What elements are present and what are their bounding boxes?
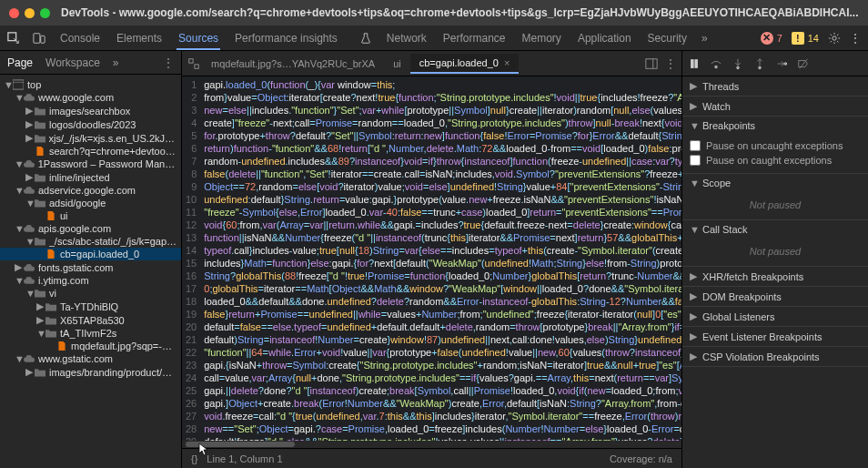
section-header[interactable]: ▶DOM Breakpoints (682, 287, 868, 306)
svg-point-15 (784, 62, 787, 65)
cloud-icon (24, 353, 35, 364)
tree-item[interactable]: ▼www.google.com (0, 91, 181, 104)
section-label: Call Stack (702, 224, 748, 235)
history-icon[interactable] (187, 57, 200, 70)
file-tab[interactable]: mqdefault.jpg?s…YAhVq2RUc_brXA (202, 54, 384, 74)
tree-item[interactable]: ▶inline/injected (0, 170, 181, 184)
folder-icon (35, 367, 45, 378)
pause-caught-checkbox[interactable]: Pause on caught exceptions (690, 153, 861, 168)
sidebar-tab-page[interactable]: Page (7, 56, 33, 69)
tree-item[interactable]: ui (0, 209, 181, 222)
code-editor[interactable]: 1234567891011121314151617181920212223242… (182, 76, 681, 441)
tree-item[interactable]: ▼i.ytimg.com (0, 274, 181, 287)
panel-breakpoints: ▼BreakpointsPause on uncaught exceptions… (682, 117, 868, 174)
tree-item[interactable]: ▶xjs/_/js/k=xjs.s.en_US.2kJv… (0, 131, 181, 145)
section-header[interactable]: ▼Breakpoints (682, 117, 868, 135)
section-header[interactable]: ▼Scope (682, 174, 868, 192)
warning-badge[interactable]: !14 (792, 32, 819, 45)
tree-item[interactable]: ▶logos/doodles/2023 (0, 117, 181, 131)
tree-item[interactable]: ▼1Password – Password Mana… (0, 158, 181, 170)
tree-item[interactable]: ▼vi (0, 287, 181, 300)
section-label: Event Listener Breakpoints (702, 331, 822, 342)
line-gutter: 1234567891011121314151617181920212223242… (182, 76, 204, 441)
tab-elements[interactable]: Elements (115, 28, 164, 48)
hscrollbar[interactable] (182, 441, 681, 448)
tree-item[interactable]: ▶images/searchbox (0, 104, 181, 117)
gear-icon[interactable] (828, 32, 841, 45)
cloud-icon (24, 158, 35, 169)
kebab-icon[interactable]: ⋮ (665, 57, 676, 70)
svg-point-3 (833, 36, 836, 39)
tab-label: cb=gapi.loaded_0 (419, 57, 499, 68)
tab-performance[interactable]: Performance (441, 28, 508, 48)
deactivate-bp-icon[interactable] (797, 57, 810, 70)
inspect-icon[interactable] (7, 32, 20, 45)
more-tabs-icon[interactable]: » (701, 32, 708, 45)
code-content[interactable]: gapi.loaded_0(function(_){var window=thi… (204, 76, 681, 441)
more-icon[interactable]: » (113, 56, 119, 69)
tree-item[interactable]: ▼apis.google.com (0, 222, 181, 235)
tree-item[interactable]: search?q=chrome+devtool… (0, 145, 181, 158)
maximize-icon[interactable] (40, 8, 50, 18)
svg-rect-7 (195, 64, 198, 67)
section-label: CSP Violation Breakpoints (702, 351, 820, 362)
tree-item[interactable]: ▶Ta-YTDhiBlQ (0, 300, 181, 313)
tree-item[interactable]: ▼adsid/google (0, 197, 181, 209)
tree-item[interactable]: ▼adservice.google.com (0, 184, 181, 197)
folder-icon (35, 133, 45, 144)
tree-label: images/branding/product/1… (49, 367, 177, 378)
tab-application[interactable]: Application (576, 28, 633, 48)
kebab-icon[interactable]: ⋮ (850, 32, 861, 45)
format-icon[interactable]: {} (191, 453, 197, 464)
minimize-icon[interactable] (25, 8, 35, 18)
step-out-icon[interactable] (753, 57, 766, 70)
tab-network[interactable]: Network (385, 28, 429, 48)
section-header[interactable]: ▶XHR/fetch Breakpoints (682, 267, 868, 286)
error-badge[interactable]: ✕7 (761, 32, 782, 45)
main-toolbar: ConsoleElementsSourcesPerformance insigh… (0, 25, 868, 51)
tree-item[interactable]: ▶X65TAP8a530 (0, 313, 181, 327)
tree-item[interactable]: ▶fonts.gstatic.com (0, 260, 181, 274)
section-header[interactable]: ▶Global Listeners (682, 307, 868, 326)
kebab-icon[interactable]: ⋮ (163, 56, 174, 69)
svg-rect-2 (41, 36, 45, 43)
sidebar-tab-workspace[interactable]: Workspace (45, 56, 100, 69)
tree-item[interactable]: ▶images/branding/product/1… (0, 365, 181, 379)
section-header[interactable]: ▼Call Stack (682, 220, 868, 239)
tree-label: top (27, 79, 41, 90)
step-icon[interactable] (775, 57, 788, 70)
close-icon[interactable] (9, 8, 19, 18)
file-tab[interactable]: cb=gapi.loaded_0× (410, 54, 520, 74)
step-over-icon[interactable] (710, 57, 722, 70)
tree-item[interactable]: cb=gapi.loaded_0 (0, 248, 181, 260)
tree-item[interactable]: ▼tA_TIIvmF2s (0, 327, 181, 340)
pause-icon[interactable] (688, 57, 701, 70)
tab-memory[interactable]: Memory (520, 28, 563, 48)
section-header[interactable]: ▶Watch (682, 97, 868, 116)
svg-rect-8 (646, 58, 657, 68)
file-tree[interactable]: ▼top▼www.google.com▶images/searchbox▶log… (0, 75, 181, 468)
device-icon[interactable] (33, 32, 45, 45)
tab-security[interactable]: Security (646, 28, 689, 48)
section-header[interactable]: ▶Threads (682, 76, 868, 96)
folder-icon (35, 198, 45, 209)
file-tab[interactable]: ui (384, 54, 410, 74)
tree-item[interactable]: ▼top (0, 78, 181, 91)
step-into-icon[interactable] (732, 57, 744, 70)
panel-csp-violation-breakpoints: ▶CSP Violation Breakpoints (682, 347, 868, 367)
panel-call-stack: ▼Call StackNot paused (682, 220, 868, 267)
pause-uncaught-checkbox[interactable]: Pause on uncaught exceptions (690, 138, 861, 153)
section-header[interactable]: ▶Event Listener Breakpoints (682, 327, 868, 346)
close-icon[interactable]: × (504, 57, 510, 68)
tab-sources[interactable]: Sources (177, 28, 220, 50)
tab-console[interactable]: Console (58, 28, 102, 48)
tree-label: 1Password – Password Mana… (38, 158, 177, 169)
section-body: Not paused (682, 239, 868, 266)
tab-performance-insights[interactable]: Performance insights (233, 28, 339, 48)
tree-label: X65TAP8a530 (60, 315, 125, 326)
tree-item[interactable]: ▼www.gstatic.com (0, 352, 181, 365)
sidebar-toggle-icon[interactable] (645, 57, 658, 70)
tree-item[interactable]: ▼_/scs/abc-static/_/js/k=gapi… (0, 235, 181, 248)
section-header[interactable]: ▶CSP Violation Breakpoints (682, 347, 868, 366)
tree-item[interactable]: mqdefault.jpg?sqp=-o… (0, 340, 181, 352)
